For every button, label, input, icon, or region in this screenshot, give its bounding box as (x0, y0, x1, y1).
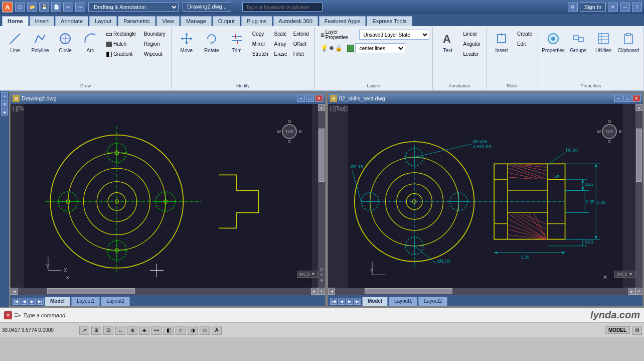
scroll-left-2[interactable]: ◀ (328, 288, 335, 295)
scroll-up-1[interactable]: ▲ (318, 104, 325, 111)
tab-parametric[interactable]: Parametric (118, 16, 155, 26)
help-button[interactable]: ? (632, 3, 642, 12)
tab-first-2[interactable]: |◀ (330, 298, 337, 305)
clipboard-button[interactable]: Clipboard (616, 29, 640, 55)
close-button[interactable]: ✕ (608, 3, 618, 12)
layer-name-dropdown[interactable]: center lines (355, 43, 405, 53)
tab-prev-2[interactable]: ◀ (338, 298, 345, 305)
layer-lock-icon[interactable]: 🔒 (335, 45, 343, 52)
mirror-button[interactable]: Mirror (250, 39, 271, 48)
scroll-track-v-1[interactable]: ⊡ ⊕ ⊖ (318, 111, 325, 288)
scroll-down-1[interactable]: ▼ (318, 288, 325, 295)
dim-linear-button[interactable]: Linear (461, 29, 483, 38)
status-icon-transparency[interactable]: ◑ (188, 326, 198, 335)
hatch-button[interactable]: ▦Hatch (103, 39, 138, 48)
status-icon-osnap[interactable]: ◈ (139, 326, 149, 335)
status-icon-gear[interactable]: ⚙ (632, 326, 642, 335)
stretch-button[interactable]: Stretch (250, 49, 271, 58)
create-block-button[interactable]: Create (515, 29, 535, 38)
dim-leader-button[interactable]: Leader (461, 49, 483, 58)
keyword-search-input[interactable] (242, 3, 323, 12)
wcs-label-2[interactable]: WCS ▼ (614, 271, 635, 278)
line-button[interactable]: Line (3, 29, 27, 55)
layer-on-icon[interactable]: 💡 (320, 45, 328, 52)
tab-insert[interactable]: Insert (30, 16, 55, 26)
extend-button[interactable]: Extend (291, 29, 311, 38)
status-icon-otrack[interactable]: ⊶ (151, 326, 162, 335)
tab-last-1[interactable]: ▶| (37, 298, 44, 305)
region-button[interactable]: Region (141, 39, 168, 48)
tab-layout1-2[interactable]: Layout1 (389, 297, 418, 306)
status-icon-polar[interactable]: ⊕ (127, 326, 137, 335)
copy-button[interactable]: Copy (250, 29, 271, 38)
status-icon-annotation[interactable]: A (212, 326, 222, 335)
command-close-button[interactable]: ✕ (4, 311, 12, 319)
scroll-down-2[interactable]: ▼ (635, 288, 642, 295)
h-scrollbar-1[interactable]: ◀ ▶ (11, 288, 318, 295)
rectangle-button[interactable]: ▭Rectangle (103, 29, 138, 38)
scroll-thumb-v-2[interactable] (636, 129, 642, 182)
tab-next-2[interactable]: ▶ (346, 298, 353, 305)
layer-props-button[interactable]: ⊞Layer Properties (318, 29, 357, 40)
scroll-track-h-1[interactable] (18, 288, 311, 295)
tab-first-1[interactable]: |◀ (13, 298, 20, 305)
scroll-thumb-h-1[interactable] (47, 288, 135, 294)
gradient-button[interactable]: ◧Gradient (103, 49, 138, 58)
scroll-thumb-h-2[interactable] (365, 288, 453, 294)
tab-plugins[interactable]: Plug-ins (241, 16, 272, 26)
boundary-button[interactable]: Boundary (141, 29, 168, 38)
status-icon-ortho[interactable]: ∟ (115, 326, 125, 335)
fillet-button[interactable]: Fillet (291, 49, 311, 58)
scroll-right-1[interactable]: ▶ (311, 288, 318, 295)
scroll-track-v-2[interactable] (635, 111, 642, 288)
scroll-track-h-2[interactable] (335, 288, 628, 295)
save-as-button[interactable]: 📄 (51, 3, 61, 12)
dwg1-close[interactable]: ✕ (315, 95, 323, 102)
layer-color-swatch[interactable] (347, 45, 354, 52)
tab-last-2[interactable]: ▶| (354, 298, 361, 305)
status-icon-lineweight[interactable]: ≡ (176, 326, 186, 335)
tab-model-1[interactable]: Model (45, 297, 70, 306)
tab-output[interactable]: Output (213, 16, 240, 26)
tab-annotate[interactable]: Annotate (55, 16, 88, 26)
status-icon-arrow[interactable]: ↗ (79, 326, 89, 335)
tab-layout1-1[interactable]: Layout1 (71, 297, 100, 306)
tab-featured-apps[interactable]: Featured Apps (319, 16, 366, 26)
text-button[interactable]: A Text (436, 29, 460, 55)
scroll-thumb-v-1[interactable] (318, 129, 325, 182)
tab-layout[interactable]: Layout (89, 16, 117, 26)
model-space-indicator[interactable]: MODEL (605, 326, 630, 334)
v-scrollbar-1[interactable]: ▲ ⊡ ⊕ ⊖ ▼ (318, 104, 325, 295)
save-button[interactable]: 💾 (39, 3, 49, 12)
wipeout-button[interactable]: Wipeout (141, 49, 168, 58)
tab-express-tools[interactable]: Express Tools (367, 16, 412, 26)
arc-button[interactable]: Arc (78, 29, 102, 55)
properties-button[interactable]: Properties (541, 29, 565, 55)
utilities-button[interactable]: Utilities (591, 29, 615, 55)
tab-view[interactable]: View (156, 16, 180, 26)
status-icon-ducs[interactable]: ◧ (164, 326, 174, 335)
new-button[interactable]: 🗋 (15, 3, 25, 12)
sign-in-button[interactable]: Sign In (580, 3, 606, 12)
rotate-button[interactable]: Rotate (200, 29, 224, 55)
array-button[interactable]: Array (272, 39, 290, 48)
zoom-out-1[interactable]: ⊖ (320, 278, 324, 283)
wcs-label-1[interactable]: WCS ▼ (297, 271, 318, 278)
edit-block-button[interactable]: Edit (515, 39, 535, 48)
redo-button[interactable]: ↪ (75, 3, 85, 12)
tab-layout2-2[interactable]: Layout2 (418, 297, 447, 306)
zoom-extent-1[interactable]: ⊡ (320, 267, 324, 272)
trim-button[interactable]: Trim (225, 29, 249, 55)
dim-angular-button[interactable]: Angular (461, 39, 483, 48)
layer-state-dropdown[interactable]: Unsaved Layer State (359, 30, 429, 40)
dwg2-minimize[interactable]: ─ (614, 95, 622, 102)
scale-button[interactable]: Scale (272, 29, 290, 38)
sidebar-icon-1[interactable]: ≡ (1, 92, 8, 99)
sidebar-icon-3[interactable]: ◈ (1, 108, 8, 115)
tab-home[interactable]: Home (2, 16, 29, 26)
dwg2-close[interactable]: ✕ (632, 95, 640, 102)
tab-model-2[interactable]: Model (362, 297, 388, 306)
tab-manage[interactable]: Manage (181, 16, 212, 26)
status-icon-selection[interactable]: ▭ (200, 326, 210, 335)
dwg2-maximize[interactable]: □ (623, 95, 631, 102)
